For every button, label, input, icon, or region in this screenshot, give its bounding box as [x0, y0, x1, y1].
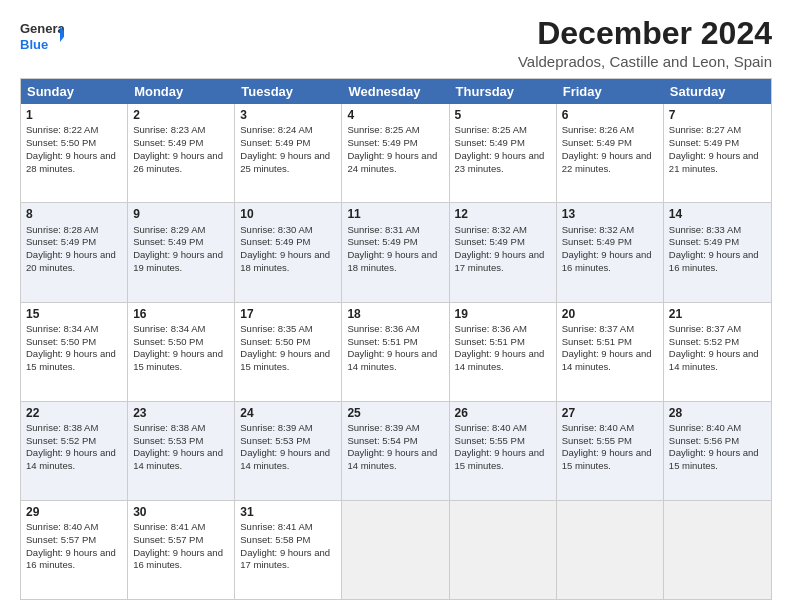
sunrise-text: Sunrise: 8:28 AM	[26, 224, 122, 237]
sunrise-text: Sunrise: 8:40 AM	[669, 422, 766, 435]
sunset-text: Sunset: 5:53 PM	[133, 435, 229, 448]
daylight-text: Daylight: 9 hours and 14 minutes.	[669, 348, 766, 374]
calendar-week: 8 Sunrise: 8:28 AM Sunset: 5:49 PM Dayli…	[21, 203, 771, 302]
sunrise-text: Sunrise: 8:32 AM	[562, 224, 658, 237]
daylight-text: Daylight: 9 hours and 20 minutes.	[26, 249, 122, 275]
sunset-text: Sunset: 5:58 PM	[240, 534, 336, 547]
sunrise-text: Sunrise: 8:31 AM	[347, 224, 443, 237]
sunrise-text: Sunrise: 8:29 AM	[133, 224, 229, 237]
daylight-text: Daylight: 9 hours and 15 minutes.	[455, 447, 551, 473]
calendar-cell: 24 Sunrise: 8:39 AM Sunset: 5:53 PM Dayl…	[235, 402, 342, 500]
sunset-text: Sunset: 5:49 PM	[347, 137, 443, 150]
sunrise-text: Sunrise: 8:37 AM	[669, 323, 766, 336]
sunset-text: Sunset: 5:50 PM	[26, 336, 122, 349]
sunset-text: Sunset: 5:49 PM	[347, 236, 443, 249]
calendar-cell: 9 Sunrise: 8:29 AM Sunset: 5:49 PM Dayli…	[128, 203, 235, 301]
day-number: 4	[347, 107, 443, 123]
sunset-text: Sunset: 5:49 PM	[455, 236, 551, 249]
sunset-text: Sunset: 5:49 PM	[133, 137, 229, 150]
sunrise-text: Sunrise: 8:25 AM	[347, 124, 443, 137]
calendar-cell: 18 Sunrise: 8:36 AM Sunset: 5:51 PM Dayl…	[342, 303, 449, 401]
calendar-cell: 7 Sunrise: 8:27 AM Sunset: 5:49 PM Dayli…	[664, 104, 771, 202]
sunset-text: Sunset: 5:49 PM	[133, 236, 229, 249]
sunset-text: Sunset: 5:49 PM	[669, 236, 766, 249]
sunset-text: Sunset: 5:49 PM	[455, 137, 551, 150]
header: General Blue December 2024 Valdeprados, …	[20, 16, 772, 70]
daylight-text: Daylight: 9 hours and 14 minutes.	[455, 348, 551, 374]
sunset-text: Sunset: 5:50 PM	[26, 137, 122, 150]
day-number: 11	[347, 206, 443, 222]
sunset-text: Sunset: 5:49 PM	[240, 137, 336, 150]
daylight-text: Daylight: 9 hours and 19 minutes.	[133, 249, 229, 275]
sunrise-text: Sunrise: 8:32 AM	[455, 224, 551, 237]
day-number: 29	[26, 504, 122, 520]
day-number: 2	[133, 107, 229, 123]
calendar-cell	[557, 501, 664, 599]
day-number: 30	[133, 504, 229, 520]
calendar-cell: 22 Sunrise: 8:38 AM Sunset: 5:52 PM Dayl…	[21, 402, 128, 500]
calendar-cell: 29 Sunrise: 8:40 AM Sunset: 5:57 PM Dayl…	[21, 501, 128, 599]
day-number: 31	[240, 504, 336, 520]
calendar-cell: 8 Sunrise: 8:28 AM Sunset: 5:49 PM Dayli…	[21, 203, 128, 301]
calendar-cell: 16 Sunrise: 8:34 AM Sunset: 5:50 PM Dayl…	[128, 303, 235, 401]
sunrise-text: Sunrise: 8:33 AM	[669, 224, 766, 237]
daylight-text: Daylight: 9 hours and 18 minutes.	[240, 249, 336, 275]
main-title: December 2024	[518, 16, 772, 51]
calendar-cell: 2 Sunrise: 8:23 AM Sunset: 5:49 PM Dayli…	[128, 104, 235, 202]
sunset-text: Sunset: 5:52 PM	[26, 435, 122, 448]
daylight-text: Daylight: 9 hours and 17 minutes.	[240, 547, 336, 573]
calendar-header-cell: Thursday	[450, 79, 557, 104]
day-number: 15	[26, 306, 122, 322]
daylight-text: Daylight: 9 hours and 16 minutes.	[562, 249, 658, 275]
day-number: 3	[240, 107, 336, 123]
svg-text:General: General	[20, 21, 64, 36]
daylight-text: Daylight: 9 hours and 16 minutes.	[26, 547, 122, 573]
day-number: 14	[669, 206, 766, 222]
sunrise-text: Sunrise: 8:27 AM	[669, 124, 766, 137]
calendar-cell: 10 Sunrise: 8:30 AM Sunset: 5:49 PM Dayl…	[235, 203, 342, 301]
sunrise-text: Sunrise: 8:36 AM	[347, 323, 443, 336]
sunrise-text: Sunrise: 8:36 AM	[455, 323, 551, 336]
daylight-text: Daylight: 9 hours and 14 minutes.	[347, 447, 443, 473]
day-number: 17	[240, 306, 336, 322]
calendar-cell: 13 Sunrise: 8:32 AM Sunset: 5:49 PM Dayl…	[557, 203, 664, 301]
sunset-text: Sunset: 5:49 PM	[669, 137, 766, 150]
sunset-text: Sunset: 5:50 PM	[133, 336, 229, 349]
sunset-text: Sunset: 5:53 PM	[240, 435, 336, 448]
calendar-cell	[664, 501, 771, 599]
daylight-text: Daylight: 9 hours and 15 minutes.	[562, 447, 658, 473]
calendar-header-cell: Friday	[557, 79, 664, 104]
day-number: 21	[669, 306, 766, 322]
calendar-cell: 23 Sunrise: 8:38 AM Sunset: 5:53 PM Dayl…	[128, 402, 235, 500]
daylight-text: Daylight: 9 hours and 15 minutes.	[669, 447, 766, 473]
day-number: 6	[562, 107, 658, 123]
calendar-cell: 14 Sunrise: 8:33 AM Sunset: 5:49 PM Dayl…	[664, 203, 771, 301]
daylight-text: Daylight: 9 hours and 24 minutes.	[347, 150, 443, 176]
sunrise-text: Sunrise: 8:39 AM	[240, 422, 336, 435]
sunset-text: Sunset: 5:57 PM	[26, 534, 122, 547]
day-number: 13	[562, 206, 658, 222]
day-number: 19	[455, 306, 551, 322]
sunrise-text: Sunrise: 8:38 AM	[26, 422, 122, 435]
daylight-text: Daylight: 9 hours and 21 minutes.	[669, 150, 766, 176]
calendar-cell: 30 Sunrise: 8:41 AM Sunset: 5:57 PM Dayl…	[128, 501, 235, 599]
sunset-text: Sunset: 5:51 PM	[562, 336, 658, 349]
calendar-header-cell: Tuesday	[235, 79, 342, 104]
calendar-week: 29 Sunrise: 8:40 AM Sunset: 5:57 PM Dayl…	[21, 501, 771, 599]
daylight-text: Daylight: 9 hours and 16 minutes.	[669, 249, 766, 275]
day-number: 26	[455, 405, 551, 421]
day-number: 28	[669, 405, 766, 421]
day-number: 9	[133, 206, 229, 222]
calendar-header-cell: Monday	[128, 79, 235, 104]
daylight-text: Daylight: 9 hours and 18 minutes.	[347, 249, 443, 275]
daylight-text: Daylight: 9 hours and 28 minutes.	[26, 150, 122, 176]
day-number: 18	[347, 306, 443, 322]
day-number: 1	[26, 107, 122, 123]
calendar-cell: 12 Sunrise: 8:32 AM Sunset: 5:49 PM Dayl…	[450, 203, 557, 301]
sunrise-text: Sunrise: 8:40 AM	[562, 422, 658, 435]
sunset-text: Sunset: 5:49 PM	[562, 236, 658, 249]
calendar-cell	[342, 501, 449, 599]
calendar-cell: 6 Sunrise: 8:26 AM Sunset: 5:49 PM Dayli…	[557, 104, 664, 202]
daylight-text: Daylight: 9 hours and 14 minutes.	[240, 447, 336, 473]
sunset-text: Sunset: 5:55 PM	[455, 435, 551, 448]
